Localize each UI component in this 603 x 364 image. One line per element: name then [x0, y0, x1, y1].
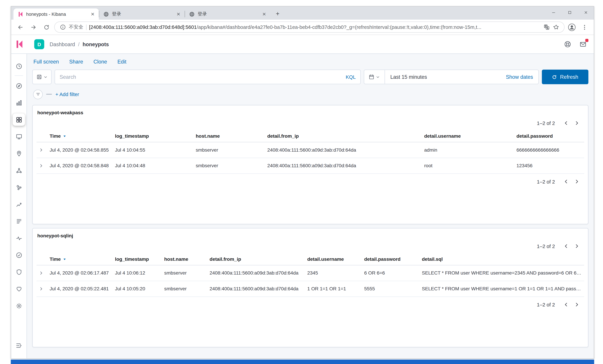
- sidebar-item-stack-monitoring[interactable]: [11, 280, 27, 297]
- cell-log-timestamp: Jul 4 10:04:48: [113, 158, 194, 174]
- column-detail-from-ip: detail.from_ip: [207, 253, 305, 265]
- cell-from-ip: 2408:400a:111:5600:a09d:3ab:d70d:64da: [265, 158, 422, 174]
- dashboard-top-menu: Full screen Share Clone Edit: [32, 54, 588, 69]
- sidebar-item-graph[interactable]: [11, 179, 27, 196]
- sidebar-item-uptime[interactable]: [11, 247, 27, 263]
- pagination-prev-icon[interactable]: [561, 118, 571, 128]
- help-icon[interactable]: [564, 40, 571, 48]
- tab-close-icon[interactable]: ✕: [175, 11, 182, 17]
- reload-button[interactable]: [41, 22, 52, 32]
- sidebar-item-machine-learning[interactable]: [11, 162, 27, 179]
- panel-honeypot-weakpass: honeypot-weakpass 1–2 of 2 Time: [32, 105, 588, 224]
- cell-log-timestamp: Jul 4 10:06:12: [113, 265, 162, 281]
- close-button[interactable]: [578, 7, 594, 18]
- cell-host-name: smbserver: [162, 265, 207, 281]
- filter-options-icon[interactable]: [33, 90, 43, 99]
- filter-dash: [46, 94, 52, 95]
- profile-avatar[interactable]: [567, 22, 577, 32]
- tab-login-2[interactable]: 登录 ✕: [185, 9, 270, 20]
- translate-icon[interactable]: [543, 23, 550, 31]
- maximize-button[interactable]: [561, 7, 578, 18]
- page-info-icon[interactable]: [59, 23, 66, 31]
- search-field[interactable]: KQL: [55, 70, 361, 84]
- pagination-next-icon[interactable]: [572, 300, 582, 310]
- table-row: Jul 4, 2020 @ 02:04:58.855 Jul 4 10:04:5…: [36, 142, 584, 158]
- panel-title: honeypot-weakpass: [36, 110, 584, 116]
- window-controls: [545, 7, 594, 18]
- back-button[interactable]: [15, 22, 26, 32]
- pagination-prev-icon[interactable]: [561, 241, 571, 251]
- pagination-next-icon[interactable]: [572, 241, 582, 251]
- cell-sql: SELECT * FROM user WHERE username=1 OR 1…: [419, 281, 584, 297]
- kql-toggle[interactable]: KQL: [346, 74, 356, 80]
- cell-from-ip: 2408:400a:111:5600:a09d:3ab:d70d:64da: [207, 281, 305, 297]
- taskbar: [11, 359, 594, 364]
- menu-edit[interactable]: Edit: [117, 59, 127, 65]
- breadcrumb-section[interactable]: Dashboard: [50, 41, 75, 47]
- kibana-app: D Dashboard / honeypots: [11, 35, 594, 358]
- row-expand-icon[interactable]: [36, 281, 47, 297]
- saved-query-button[interactable]: [32, 70, 51, 84]
- sidebar-item-management[interactable]: [11, 297, 27, 314]
- table-row: Jul 4, 2020 @ 02:05:22.481 Jul 4 10:05:2…: [36, 281, 584, 297]
- tab-title: honeypots - Kibana: [26, 11, 87, 17]
- menu-share[interactable]: Share: [69, 59, 83, 65]
- expander-header: [36, 130, 47, 142]
- sidebar-item-maps[interactable]: [11, 145, 27, 162]
- row-expand-icon[interactable]: [36, 142, 47, 158]
- column-time[interactable]: Time: [47, 130, 113, 142]
- pagination-prev-icon[interactable]: [561, 300, 571, 310]
- row-expand-icon[interactable]: [36, 158, 47, 174]
- new-tab-button[interactable]: +: [273, 9, 282, 18]
- sidebar-item-metrics[interactable]: [11, 196, 27, 213]
- search-input[interactable]: [59, 74, 342, 80]
- kibana-logo[interactable]: [11, 40, 27, 48]
- tab-login-1[interactable]: 登录 ✕: [99, 9, 185, 20]
- menu-full-screen[interactable]: Full screen: [34, 59, 59, 65]
- sidebar-item-canvas[interactable]: [11, 128, 27, 145]
- sort-desc-icon: [63, 257, 67, 262]
- time-range-value[interactable]: Last 15 minutes: [385, 74, 506, 80]
- sidebar-item-dashboard[interactable]: [11, 111, 27, 128]
- refresh-button[interactable]: Refresh: [542, 70, 588, 84]
- newsfeed-envelope-icon[interactable]: [579, 40, 587, 48]
- sidebar-collapse-icon[interactable]: [11, 337, 27, 354]
- pagination-top: 1–2 of 2: [36, 238, 584, 253]
- sidebar-item-visualize[interactable]: [11, 94, 27, 111]
- add-filter-link[interactable]: + Add filter: [55, 91, 79, 97]
- forward-button[interactable]: [28, 22, 39, 32]
- pagination-text: 1–2 of 2: [537, 179, 555, 184]
- row-expand-icon[interactable]: [36, 265, 47, 281]
- address-bar[interactable]: 不安全 [2408:400a:111:5600:a09d:3ab:d70d:64…: [54, 22, 565, 33]
- refresh-label: Refresh: [560, 74, 578, 80]
- bookmark-star-icon[interactable]: [553, 23, 559, 31]
- browser-menu-icon[interactable]: [579, 22, 590, 32]
- sqlinj-table: Time log_timestamp host.name detail.from…: [36, 253, 584, 297]
- sidebar-item-recently-viewed[interactable]: [11, 58, 27, 75]
- tab-strip: honeypots - Kibana ✕ 登录 ✕ 登录 ✕ +: [11, 7, 594, 20]
- show-dates-link[interactable]: Show dates: [506, 74, 538, 80]
- cell-time: Jul 4, 2020 @ 02:04:58.848: [47, 158, 113, 174]
- tab-kibana[interactable]: honeypots - Kibana ✕: [13, 9, 99, 20]
- cell-username: 1 OR 1=1 OR 1=1: [305, 281, 362, 297]
- tab-close-icon[interactable]: ✕: [261, 11, 267, 17]
- url-host: [2408:400a:111:5600:a09d:3ab:d70d:648d]:…: [89, 24, 197, 30]
- sidebar-item-apm[interactable]: [11, 230, 27, 247]
- cell-log-timestamp: Jul 4 10:04:55: [113, 142, 194, 158]
- sidebar-item-logs[interactable]: [11, 213, 27, 230]
- tab-close-icon[interactable]: ✕: [90, 11, 96, 17]
- tab-title: 登录: [112, 11, 172, 17]
- sidebar-item-siem[interactable]: [11, 263, 27, 281]
- pagination-next-icon[interactable]: [572, 176, 582, 187]
- menu-clone[interactable]: Clone: [93, 59, 107, 65]
- pagination-bottom: 1–2 of 2: [36, 297, 584, 312]
- sidebar-item-discover[interactable]: [11, 77, 27, 94]
- pagination-next-icon[interactable]: [572, 118, 582, 128]
- space-badge[interactable]: D: [34, 39, 44, 49]
- security-label: 不安全: [69, 24, 83, 30]
- date-picker: Last 15 minutes Show dates: [364, 70, 539, 84]
- minimize-button[interactable]: [545, 7, 561, 18]
- pagination-prev-icon[interactable]: [561, 176, 571, 187]
- column-time[interactable]: Time: [47, 253, 113, 265]
- calendar-dropdown-button[interactable]: [364, 70, 385, 84]
